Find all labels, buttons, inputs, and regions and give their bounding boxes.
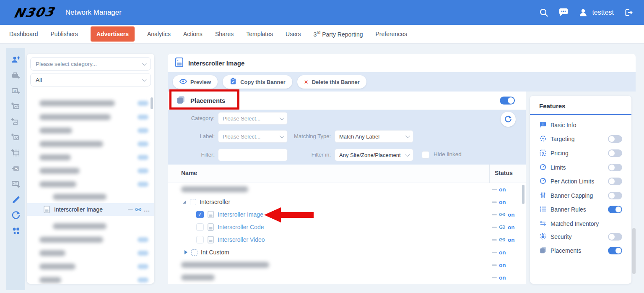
refresh-placements-button[interactable] <box>501 112 516 127</box>
table-row-redacted[interactable]: on <box>168 259 522 271</box>
edit-icon[interactable] <box>11 195 21 205</box>
row-checkbox-checked[interactable] <box>196 211 204 218</box>
table-row-int-custom-group[interactable]: Int Custom on <box>168 246 522 259</box>
filter-in-select[interactable]: Any Site/Zone/Placement <box>335 149 413 161</box>
tab-dashboard[interactable]: Dashboard <box>9 31 38 37</box>
limits-toggle[interactable] <box>608 164 622 171</box>
svg-text:i: i <box>543 122 543 126</box>
row-link[interactable]: Interscroller Video <box>218 236 265 243</box>
security-toggle[interactable] <box>608 233 622 241</box>
table-row-redacted[interactable]: on <box>168 183 522 196</box>
category-filter-select[interactable]: Please Select... <box>218 112 288 125</box>
tree-scrollbar[interactable] <box>151 97 153 109</box>
redacted-tree-child-item[interactable] <box>53 194 106 200</box>
user-icon[interactable] <box>579 8 588 17</box>
logout-icon[interactable] <box>624 8 633 17</box>
label-filter-select[interactable]: Please Select... <box>218 130 288 143</box>
placements-enabled-toggle[interactable] <box>500 97 515 105</box>
tab-publishers[interactable]: Publishers <box>51 31 78 37</box>
tab-advertisers[interactable]: Advertisers <box>91 26 135 42</box>
redacted-tree-item[interactable] <box>39 128 72 133</box>
tab-templates[interactable]: Templates <box>246 31 273 37</box>
collapsed-arrow-icon[interactable] <box>184 250 187 254</box>
feature-placements[interactable]: Placements <box>539 246 622 255</box>
redacted-tree-child-item[interactable] <box>53 223 106 229</box>
feature-banner-rules[interactable]: Banner Rules <box>539 205 622 214</box>
tab-preferences[interactable]: Preferences <box>375 31 407 37</box>
table-row-interscroller-code[interactable]: Interscroller Code on <box>168 221 522 233</box>
table-scrollbar[interactable] <box>522 185 525 204</box>
tab-shares[interactable]: Shares <box>215 31 234 37</box>
targeting-icon <box>539 135 547 144</box>
tab-actions[interactable]: Actions <box>183 31 203 37</box>
pricing-toggle[interactable] <box>608 149 622 157</box>
banner-capping-toggle[interactable] <box>608 192 622 199</box>
table-row-redacted[interactable]: on <box>168 271 522 284</box>
targeting-toggle[interactable] <box>608 135 622 143</box>
redacted-tree-item[interactable] <box>39 237 103 243</box>
search-icon[interactable] <box>539 8 548 17</box>
redacted-tree-item[interactable] <box>39 154 71 160</box>
filter-text-input[interactable] <box>218 149 288 161</box>
type-filter-select[interactable]: All <box>30 73 151 86</box>
add-banner-alt-icon[interactable] <box>11 117 21 127</box>
hide-linked-checkbox[interactable] <box>422 151 429 159</box>
row-checkbox[interactable] <box>196 236 204 243</box>
brand-logo[interactable]: N303 <box>13 4 56 20</box>
page-scrollbar[interactable] <box>632 228 636 274</box>
expanded-arrow-icon[interactable] <box>183 200 186 204</box>
redacted-tree-item[interactable] <box>39 114 111 120</box>
row-link[interactable]: Interscroller Code <box>218 224 264 230</box>
feature-targeting[interactable]: Targeting <box>539 134 622 144</box>
group-items-icon[interactable] <box>11 226 21 236</box>
feature-matched-inventory[interactable]: Matched Inventory <box>539 219 622 228</box>
name-column-header[interactable]: Name <box>181 170 197 176</box>
redacted-tree-item[interactable] <box>39 100 115 106</box>
feature-per-action-limits[interactable]: Per Action Limits <box>539 177 622 186</box>
add-banner-icon[interactable] <box>11 102 21 112</box>
category-select[interactable]: Please select category... <box>30 57 151 71</box>
feature-basic-info[interactable]: i Basic Info <box>539 120 622 130</box>
more-actions[interactable]: ... <box>144 206 150 213</box>
per-action-limits-toggle[interactable] <box>608 178 622 185</box>
status-column-header[interactable]: Status <box>495 170 513 176</box>
feature-security[interactable]: Security <box>539 232 622 241</box>
add-media-banner-icon[interactable] <box>11 148 21 158</box>
redacted-tree-item[interactable] <box>39 181 76 187</box>
add-briefcase-icon[interactable] <box>11 71 21 81</box>
feature-banner-capping[interactable]: Banner Capping <box>539 191 622 200</box>
redacted-tree-item[interactable] <box>39 250 65 256</box>
row-checkbox[interactable] <box>196 223 204 231</box>
matching-type-select[interactable]: Match Any Label <box>335 130 413 143</box>
redacted-tree-item[interactable] <box>39 277 61 283</box>
redacted-tree-item[interactable] <box>39 141 103 147</box>
feature-limits[interactable]: Limits <box>539 163 622 172</box>
banner-icon <box>44 206 50 213</box>
redacted-badge <box>138 264 148 269</box>
tab-users[interactable]: Users <box>286 31 301 37</box>
feature-pricing[interactable]: $ Pricing <box>539 149 622 158</box>
banner-rules-toggle[interactable] <box>608 206 622 213</box>
delete-banner-button[interactable]: ✕ Delete this Banner <box>297 75 366 89</box>
copy-banner-button[interactable]: Copy this Banner <box>223 75 292 89</box>
tab-analytics[interactable]: Analytics <box>147 31 171 37</box>
add-advertiser-icon[interactable]: D <box>11 86 21 96</box>
add-card-icon[interactable] <box>11 179 21 189</box>
add-image-icon[interactable] <box>11 133 21 143</box>
redacted-tree-item[interactable] <box>39 264 75 269</box>
placements-icon <box>539 246 547 255</box>
preview-button[interactable]: Preview <box>173 75 218 89</box>
row-link[interactable]: Intersroller Image <box>218 211 263 218</box>
refresh-icon[interactable] <box>11 210 21 220</box>
placements-feature-toggle[interactable] <box>608 247 622 254</box>
table-row-interscroller-video[interactable]: Interscroller Video on <box>168 233 522 246</box>
add-user-icon[interactable] <box>11 55 21 65</box>
table-row-interscroller-group[interactable]: Interscroller on <box>168 196 522 208</box>
export-image-icon[interactable] <box>11 164 21 174</box>
tree-item-interscroller-image-selected[interactable]: Interscroller Image ... <box>27 203 154 216</box>
chat-icon[interactable] <box>558 8 569 17</box>
username[interactable]: testtest <box>592 9 614 16</box>
tab-3rd-party-reporting[interactable]: 3rd Party Reporting <box>314 30 363 38</box>
table-row-intersroller-image[interactable]: Intersroller Image on <box>168 208 522 221</box>
redacted-tree-item[interactable] <box>39 168 80 174</box>
